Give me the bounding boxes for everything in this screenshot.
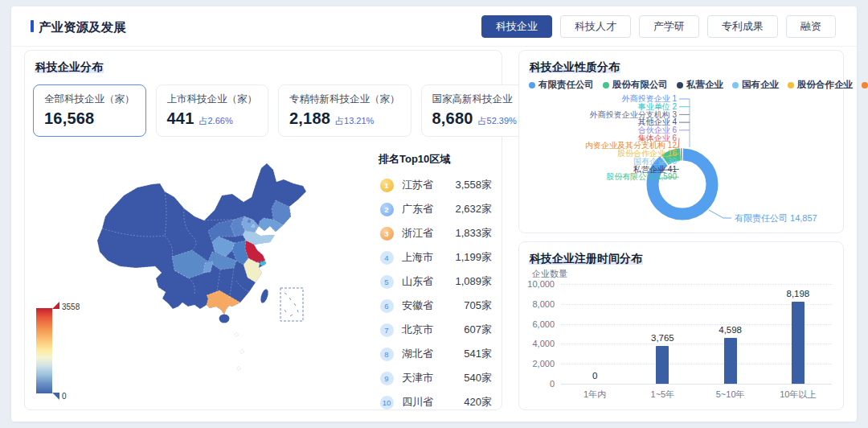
- scale-max-marker: [52, 302, 59, 309]
- rank-region-value: 3,558家: [455, 178, 492, 192]
- tab-专利成果[interactable]: 专利成果: [707, 15, 778, 38]
- rank-medal-icon: 1: [379, 179, 395, 192]
- map-island-dots: [235, 333, 244, 370]
- y-tick-label: 6,000: [519, 319, 555, 329]
- scale-min-label: 0: [62, 392, 67, 401]
- rank-row-上海市: 4上海市1,199家: [379, 245, 492, 270]
- rank-region-value: 1,833家: [455, 226, 492, 241]
- y-tick-label: 10,000: [519, 279, 555, 289]
- distribution-title: 科技企业分布: [35, 60, 104, 75]
- stat-card-上市科技企业（家）[interactable]: 上市科技企业（家）441占2.66%: [156, 84, 269, 137]
- rank-region-name: 江苏省: [402, 178, 433, 192]
- ranking-list: 1江苏省3,558家2广东省2,632家3浙江省1,833家4上海市1,199家…: [379, 173, 492, 414]
- rank-region-value: 541家: [464, 347, 492, 361]
- map-color-scale: 3558 0: [36, 302, 92, 406]
- bar-value-label: 0: [561, 371, 628, 381]
- rank-region-value: 1,089家: [455, 274, 492, 289]
- rank-medal-icon: 4: [379, 251, 395, 265]
- x-tick-label-5~10年: 5~10年: [697, 389, 764, 401]
- rank-region-name: 浙江省: [402, 226, 433, 241]
- rank-region-value: 420家: [464, 395, 492, 409]
- legend-dot-icon: [862, 82, 868, 88]
- y-tick-label: 8,000: [519, 299, 555, 309]
- map-region-hainan: [219, 315, 230, 323]
- rank-region-name: 北京市: [402, 323, 433, 337]
- donut-legend: 有限责任公司股份有限公司私营企业国有企业股份合作企业内◀1/3▶: [529, 79, 835, 91]
- bar-value-label: 4,598: [697, 325, 764, 335]
- gridline: [561, 284, 832, 285]
- rank-row-安徽省: 6安徽省705家: [379, 294, 492, 318]
- stat-percent: 占13.21%: [335, 115, 374, 127]
- stat-label: 上市科技企业（家）: [167, 93, 258, 106]
- rank-medal-icon: 10: [379, 396, 395, 409]
- rank-row-山东省: 5山东省1,089家: [379, 270, 492, 294]
- rank-row-广东省: 2广东省2,632家: [379, 197, 492, 221]
- bar-value-label: 8,198: [764, 289, 832, 298]
- map-gradient-bar: [36, 308, 52, 393]
- map-region-beijing: [248, 220, 252, 224]
- stat-value: 441: [167, 109, 194, 128]
- south-china-sea-inset: [280, 288, 303, 321]
- bar-5~10年: [724, 338, 737, 384]
- legend-item-股份合作企业[interactable]: 股份合作企业: [788, 79, 853, 91]
- legend-item-股份有限公司[interactable]: 股份有限公司: [603, 79, 668, 91]
- legend-dot-icon: [732, 82, 739, 88]
- ranking-title: 排名Top10区域: [379, 152, 492, 167]
- rank-region-value: 2,632家: [455, 202, 492, 216]
- rank-region-name: 湖北省: [402, 347, 433, 361]
- rank-row-天津市: 9天津市540家: [379, 366, 492, 390]
- bar-chart: 02,0004,0006,0008,00010,000 01年内3,7651~5…: [519, 242, 845, 411]
- rank-medal-icon: 6: [379, 299, 395, 313]
- legend-item-国有企业[interactable]: 国有企业: [732, 79, 779, 91]
- scale-min-marker: [52, 393, 59, 400]
- map-region-taiwan: [259, 288, 269, 304]
- bar-plot: 01年内3,7651~5年4,5985~10年8,19810年以上: [561, 284, 832, 384]
- rank-region-value: 1,199家: [455, 250, 492, 265]
- bar-value-label: 3,765: [628, 333, 696, 343]
- rank-region-name: 山东省: [402, 274, 433, 289]
- rank-medal-icon: 3: [379, 227, 395, 241]
- stat-label: 专精特新科技企业（家）: [289, 93, 400, 106]
- rank-medal-icon: 7: [379, 323, 395, 337]
- rank-medal-icon: 8: [379, 348, 395, 361]
- rank-row-北京市: 7北京市607家: [379, 318, 492, 342]
- scale-max-label: 3558: [62, 302, 80, 311]
- legend-item-内[interactable]: 内: [862, 79, 868, 91]
- legend-item-私营企业[interactable]: 私营企业: [677, 79, 723, 91]
- rank-medal-icon: 5: [379, 275, 395, 289]
- rank-region-name: 四川省: [402, 395, 433, 409]
- nature-card: 科技企业性质分布 有限责任公司股份有限公司私营企业国有企业股份合作企业内◀1/3…: [518, 50, 844, 233]
- china-choropleth-map: [88, 146, 371, 392]
- nature-donut-svg: 外商投资企业 1事业单位 2外商投资企业分支机构 3其他企业 4合伙企业 6集体…: [527, 91, 837, 229]
- stat-card-全部科技企业（家）[interactable]: 全部科技企业（家）16,568: [33, 84, 146, 137]
- rank-row-四川省: 10四川省420家: [379, 390, 492, 414]
- stat-percent: 占52.39%: [478, 115, 517, 127]
- nature-title: 科技企业性质分布: [529, 60, 620, 75]
- donut-leader-line: [678, 138, 679, 150]
- registration-card: 科技企业注册时间分布 企业数量 02,0004,0006,0008,00010,…: [518, 241, 844, 410]
- tab-bar: 科技企业科技人才产学研专利成果融资: [481, 15, 836, 38]
- y-tick-label: 2,000: [519, 359, 555, 368]
- y-tick-label: 4,000: [519, 339, 555, 348]
- page-header: 产业资源及发展 科技企业科技人才产学研专利成果融资: [11, 6, 857, 47]
- donut-label-股份有限公司: 股份有限公司 1,590: [606, 172, 677, 181]
- legend-dot-icon: [677, 82, 683, 88]
- stat-card-专精特新科技企业（家）[interactable]: 专精特新科技企业（家）2,188占13.21%: [278, 84, 411, 137]
- bar-10年以上: [792, 302, 805, 384]
- rank-region-name: 安徽省: [402, 298, 433, 313]
- tab-产学研[interactable]: 产学研: [639, 15, 699, 38]
- stat-value: 2,188: [289, 109, 330, 128]
- legend-item-有限责任公司[interactable]: 有限责任公司: [529, 79, 594, 91]
- tab-科技企业[interactable]: 科技企业: [481, 15, 552, 38]
- tab-融资[interactable]: 融资: [786, 15, 836, 38]
- rank-row-湖北省: 8湖北省541家: [379, 342, 492, 366]
- top10-ranking: 排名Top10区域 1江苏省3,558家2广东省2,632家3浙江省1,833家…: [379, 152, 492, 414]
- rank-region-value: 705家: [464, 298, 492, 313]
- distribution-card: 科技企业分布 全部科技企业（家）16,568上市科技企业（家）441占2.66%…: [24, 50, 502, 410]
- map-mainland: [97, 163, 306, 315]
- stat-percent: 占2.66%: [199, 115, 232, 127]
- rank-region-value: 607家: [464, 323, 492, 337]
- title-accent-bar: [31, 20, 34, 32]
- tab-科技人才[interactable]: 科技人才: [560, 15, 631, 38]
- legend-dot-icon: [529, 82, 535, 88]
